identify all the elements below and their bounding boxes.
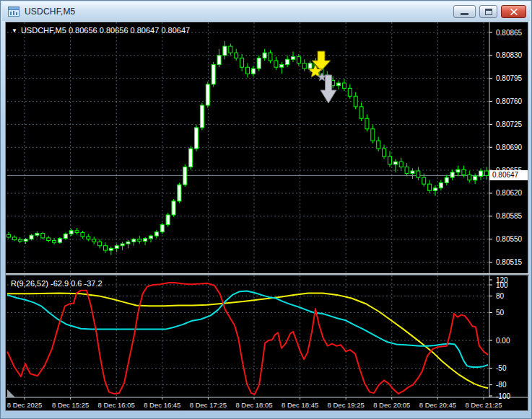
pane-separator[interactable] (6, 273, 529, 275)
chevron-down-icon[interactable]: ▼ (12, 27, 17, 34)
chart-gridlines (7, 22, 489, 397)
svg-text:8 Dec 16:05: 8 Dec 16:05 (98, 401, 135, 409)
svg-text:8 Dec 17:25: 8 Dec 17:25 (190, 401, 227, 409)
close-button[interactable] (501, 5, 526, 18)
signal-markers (309, 51, 337, 103)
minimize-button[interactable] (453, 5, 476, 18)
window-controls (453, 5, 526, 18)
chart-client-area[interactable]: 0.808650.808300.807950.807600.807250.806… (5, 22, 528, 411)
svg-text:-100: -100 (496, 392, 510, 400)
restore-icon (485, 9, 492, 15)
svg-text:0.80760: 0.80760 (496, 97, 523, 105)
oscillator-line-mid (7, 291, 488, 368)
svg-text:0.80865: 0.80865 (496, 29, 523, 37)
svg-text:0.80690: 0.80690 (496, 144, 523, 151)
svg-text:0.80550: 0.80550 (496, 235, 523, 243)
restore-button[interactable] (479, 5, 497, 18)
chart-window-icon (8, 6, 19, 17)
close-icon (510, 9, 518, 15)
window-titlebar[interactable]: USDCHF,M5 (2, 2, 530, 21)
svg-text:0.80795: 0.80795 (496, 74, 523, 82)
indicator-axis[interactable]: 12010080500.00-50-80-100 (489, 276, 510, 400)
window-title: USDCHF,M5 (25, 6, 75, 17)
svg-text:8 Dec 20:45: 8 Dec 20:45 (419, 401, 456, 409)
bid-price-box: 0.80647 (489, 170, 528, 180)
ohlc-text: USDCHF,M5 0.80656 0.80656 0.80647 0.8064… (21, 26, 190, 35)
svg-text:-80: -80 (496, 381, 507, 389)
svg-text:50: 50 (496, 309, 505, 317)
svg-text:8 Dec 2025: 8 Dec 2025 (7, 401, 43, 409)
svg-text:100: 100 (496, 281, 508, 289)
candlesticks (7, 41, 489, 255)
oscillator-lines (7, 283, 488, 394)
svg-text:8 Dec 15:25: 8 Dec 15:25 (52, 401, 89, 409)
svg-text:0.80830: 0.80830 (496, 51, 523, 59)
price-axis[interactable]: 0.808650.808300.807950.807600.807250.806… (489, 29, 523, 267)
svg-text:8 Dec 19:25: 8 Dec 19:25 (328, 401, 365, 409)
pane-resize-grip[interactable] (7, 389, 15, 397)
svg-text:0.80620: 0.80620 (496, 189, 523, 197)
indicator-label[interactable]: R(9,26,52) -62.9 0.6 -37.2 (11, 279, 103, 288)
svg-text:0.00: 0.00 (496, 337, 510, 345)
svg-text:8 Dec 21:25: 8 Dec 21:25 (465, 401, 502, 409)
svg-text:8 Dec 20:05: 8 Dec 20:05 (373, 401, 410, 409)
svg-text:0.80515: 0.80515 (496, 258, 523, 266)
chart-window: USDCHF,M5 0.808650.808300.807950.807600.… (0, 0, 532, 419)
chart-canvas[interactable]: 0.808650.808300.807950.807600.807250.806… (6, 22, 528, 410)
svg-text:0.80725: 0.80725 (496, 120, 523, 128)
symbol-ohlc-line[interactable]: ▼USDCHF,M5 0.80656 0.80656 0.80647 0.806… (12, 26, 190, 35)
svg-text:-50: -50 (496, 364, 507, 372)
svg-text:0.80585: 0.80585 (496, 212, 523, 220)
svg-text:8 Dec 18:05: 8 Dec 18:05 (235, 401, 272, 409)
svg-text:80: 80 (496, 292, 505, 300)
svg-text:8 Dec 16:45: 8 Dec 16:45 (144, 401, 180, 409)
time-axis[interactable]: 8 Dec 20258 Dec 15:258 Dec 16:058 Dec 16… (7, 397, 502, 409)
svg-text:8 Dec 18:45: 8 Dec 18:45 (282, 401, 318, 409)
minimize-icon (461, 9, 468, 15)
